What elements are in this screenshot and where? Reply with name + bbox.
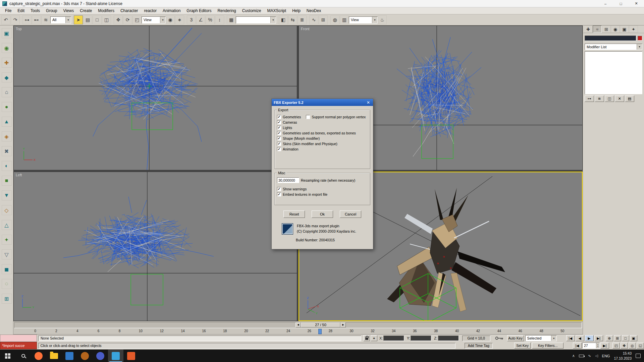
scale-icon[interactable]: ◰	[132, 15, 142, 24]
zoom-extents-button[interactable]: □	[622, 335, 629, 341]
reactor-tool-icon[interactable]: ⌂	[2, 87, 12, 97]
taskbar-3dsmax-icon[interactable]	[108, 350, 123, 362]
rect-region-icon[interactable]: □	[93, 15, 102, 24]
menu-item[interactable]: reactor	[141, 8, 160, 13]
menu-item[interactable]: Views	[60, 8, 77, 13]
render-type-dropdown[interactable]: View▼	[349, 16, 378, 23]
play-button[interactable]: ▶	[585, 335, 594, 341]
material-editor-icon[interactable]: ◍	[330, 15, 339, 24]
current-frame-input[interactable]: 27 ▲▼	[582, 343, 600, 349]
undo-icon[interactable]: ↶	[1, 15, 10, 24]
object-name-field[interactable]	[585, 36, 636, 41]
chevron-down-icon[interactable]: ▼	[160, 17, 165, 23]
use-pivot-icon[interactable]: ◉	[166, 15, 175, 24]
rotate-icon[interactable]: ⟳	[123, 15, 132, 24]
display-tab-icon[interactable]: ▣	[620, 25, 629, 33]
mirror-icon[interactable]: ◧	[279, 15, 288, 24]
y-coordinate-field[interactable]	[411, 336, 431, 341]
taskbar-discord-icon[interactable]	[93, 350, 108, 362]
close-icon[interactable]: ✕	[629, 0, 644, 7]
ok-button[interactable]: Ok	[312, 210, 333, 218]
utilities-tab-icon[interactable]: ✦	[629, 25, 638, 33]
zoom-all-button[interactable]: ⊞	[614, 335, 621, 341]
zoom-region-button[interactable]: ◰	[612, 343, 620, 349]
minimize-icon[interactable]: –	[598, 0, 613, 7]
macro-recorder-pane[interactable]	[0, 335, 37, 342]
configure-modifier-sets-button[interactable]: ▤	[625, 96, 634, 102]
menu-item[interactable]: Animation	[160, 8, 183, 13]
battery-icon[interactable]	[579, 355, 584, 357]
viewport-top[interactable]: Top XY	[13, 25, 297, 170]
frame-spinner[interactable]: ▲▼	[596, 343, 599, 348]
reactor-tool-icon[interactable]: ◆	[2, 72, 12, 82]
reactor-tool-icon[interactable]: ◈	[2, 131, 12, 141]
chevron-down-icon[interactable]: ▼	[372, 17, 377, 23]
set-key-button[interactable]: Set Key	[514, 343, 531, 349]
time-slider-track[interactable]: ◀ 27 / 50 ▶	[14, 322, 582, 328]
menu-item[interactable]: NeoDex	[304, 8, 324, 13]
spinner-snap-icon[interactable]: ↕	[215, 15, 224, 24]
volume-icon[interactable]: ◁	[595, 354, 598, 358]
snap-toggle-icon[interactable]: 3	[187, 15, 196, 24]
geometries-checkbox[interactable]: ✓	[277, 115, 281, 119]
show-end-result-button[interactable]: ≋	[595, 96, 604, 102]
reactor-tool-icon[interactable]: △	[2, 220, 12, 230]
reactor-tool-icon[interactable]: ◐	[2, 161, 12, 171]
selection-set-dropdown[interactable]: Selected▼	[525, 335, 557, 341]
key-filters-button[interactable]: Key Filters...	[532, 343, 564, 349]
set-key-mode-icon[interactable]	[495, 336, 504, 341]
next-key-button[interactable]: ▶|	[600, 343, 609, 349]
move-icon[interactable]: ✥	[114, 15, 123, 24]
menu-item[interactable]: Tools	[28, 8, 43, 13]
reactor-tool-icon[interactable]: ◇	[2, 205, 12, 215]
show-warnings-checkbox[interactable]: ✓	[277, 187, 281, 191]
taskbar-firefox-icon[interactable]	[31, 350, 46, 362]
taskbar-autodesk-icon[interactable]	[123, 350, 139, 362]
z-coordinate-field[interactable]	[438, 336, 459, 341]
go-to-end-button[interactable]: ▶|	[594, 335, 603, 341]
align-icon[interactable]: ⇆	[288, 15, 297, 24]
search-button[interactable]	[15, 350, 31, 362]
previous-frame-icon[interactable]: ◀	[296, 322, 301, 327]
add-time-tag-field[interactable]: Add Time Tag	[465, 343, 493, 349]
reactor-tool-icon[interactable]: ⊞	[2, 294, 12, 304]
reactor-tool-icon[interactable]: ✚	[2, 58, 12, 68]
animation-checkbox[interactable]: ✓	[277, 147, 281, 151]
reactor-tool-icon[interactable]: ✦	[2, 235, 12, 245]
maximize-icon[interactable]: □	[613, 0, 629, 7]
named-selection-dropdown[interactable]: ▼	[236, 16, 276, 23]
menu-item[interactable]: MAXScript	[264, 8, 289, 13]
pan-button[interactable]: ✥	[621, 343, 628, 349]
tray-chevron-icon[interactable]: ∧	[572, 354, 575, 358]
reactor-tool-icon[interactable]: ▣	[2, 28, 12, 38]
manipulate-icon[interactable]: ∗	[175, 15, 184, 24]
taskbar-app-blue-icon[interactable]	[62, 350, 77, 362]
arc-rotate-button[interactable]: ◎	[629, 343, 636, 349]
taskbar-app-amber-icon[interactable]	[77, 350, 93, 362]
menu-item[interactable]: Modifiers	[95, 8, 117, 13]
reactor-tool-icon[interactable]: ▼	[2, 190, 12, 200]
chevron-down-icon[interactable]: ▼	[551, 336, 556, 341]
reactor-tool-icon[interactable]: ▲	[2, 117, 12, 127]
reactor-tool-icon[interactable]: ◼	[2, 264, 12, 274]
named-sets-icon[interactable]: ▦	[227, 15, 236, 24]
make-unique-button[interactable]: ◫	[605, 96, 614, 102]
next-frame-icon[interactable]: ▶	[340, 322, 346, 327]
absolute-offset-toggle-icon[interactable]: +	[371, 335, 377, 341]
menu-item[interactable]: Help	[289, 8, 304, 13]
curve-editor-icon[interactable]: ∿	[309, 15, 318, 24]
chevron-down-icon[interactable]: ▼	[637, 44, 642, 50]
previous-key-button[interactable]: |◀	[573, 343, 582, 349]
lights-checkbox[interactable]: ✓	[277, 126, 281, 130]
reactor-tool-icon[interactable]: ■	[2, 176, 12, 186]
select-link-icon[interactable]: ⊶	[22, 15, 32, 24]
reactor-tool-icon[interactable]: ▽	[2, 249, 12, 259]
reset-button[interactable]: Reset	[283, 210, 305, 218]
menu-item[interactable]: Rendering	[214, 8, 239, 13]
cancel-button[interactable]: Cancel	[340, 210, 361, 218]
render-scene-icon[interactable]: ▥	[340, 15, 349, 24]
reactor-tool-icon[interactable]: ◉	[2, 43, 12, 53]
maximize-viewport-button[interactable]: ◱	[637, 343, 644, 349]
dialog-title-bar[interactable]: FBX Exporter 5.2 ✕	[272, 99, 373, 106]
bind-spacewarp-icon[interactable]: ≋	[41, 15, 50, 24]
